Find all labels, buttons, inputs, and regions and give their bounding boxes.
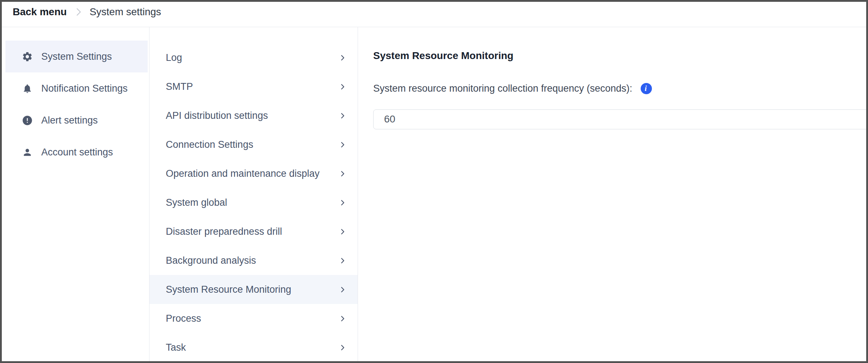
main-columns: System SettingsNotification SettingsAler…	[2, 27, 866, 361]
settings-menu: LogSMTPAPI distribution settingsConnecti…	[149, 27, 358, 361]
chevron-right-icon	[338, 54, 347, 62]
content-panel: System Resource Monitoring System resour…	[358, 27, 866, 361]
menu-item-operation-and-maintenance-display[interactable]: Operation and maintenance display	[149, 159, 358, 188]
menu-item-task[interactable]: Task	[149, 333, 358, 362]
menu-item-label: Task	[166, 342, 186, 353]
sidebar-item-system-settings[interactable]: System Settings	[5, 41, 148, 72]
menu-item-process[interactable]: Process	[149, 304, 358, 333]
menu-item-smtp[interactable]: SMTP	[149, 72, 358, 101]
menu-item-log[interactable]: Log	[149, 43, 358, 72]
alert-circle-icon	[21, 114, 33, 126]
chevron-right-icon	[338, 256, 347, 265]
topbar: Back menu System settings	[2, 2, 866, 27]
menu-item-label: Background analysis	[166, 255, 256, 266]
chevron-right-icon	[338, 170, 347, 178]
chevron-right-icon	[338, 141, 347, 149]
menu-item-background-analysis[interactable]: Background analysis	[149, 246, 358, 275]
field-label-row: System resource monitoring collection fr…	[373, 83, 866, 94]
menu-item-disaster-preparedness-drill[interactable]: Disaster preparedness drill	[149, 217, 358, 246]
chevron-right-icon	[338, 83, 347, 91]
window-frame: Back menu System settings System Setting…	[0, 0, 868, 363]
menu-item-label: Process	[166, 313, 201, 324]
chevron-right-icon	[76, 7, 81, 17]
chevron-right-icon	[338, 314, 347, 323]
menu-item-label: Disaster preparedness drill	[166, 226, 282, 237]
menu-item-label: System Resource Monitoring	[166, 284, 291, 295]
menu-item-connection-settings[interactable]: Connection Settings	[149, 130, 358, 159]
chevron-right-icon	[338, 285, 347, 294]
bell-icon	[21, 83, 33, 94]
sidebar-item-alert-settings[interactable]: Alert settings	[5, 104, 148, 136]
info-icon[interactable]: i	[641, 83, 652, 94]
user-icon	[21, 146, 33, 158]
sidebar-item-label: Account settings	[41, 147, 113, 158]
sidebar-item-label: Notification Settings	[41, 83, 128, 94]
menu-item-system-global[interactable]: System global	[149, 188, 358, 217]
menu-item-label: SMTP	[166, 81, 193, 92]
menu-item-label: Connection Settings	[166, 139, 253, 150]
sidebar-item-account-settings[interactable]: Account settings	[5, 136, 148, 168]
sidebar-item-label: System Settings	[41, 51, 112, 62]
breadcrumb-back-link[interactable]: Back menu	[13, 6, 67, 18]
menu-item-api-distribution-settings[interactable]: API distribution settings	[149, 101, 358, 130]
sidebar: System SettingsNotification SettingsAler…	[2, 27, 149, 361]
gear-icon	[21, 51, 33, 62]
field-label: System resource monitoring collection fr…	[373, 83, 632, 94]
frequency-input[interactable]	[373, 109, 866, 129]
chevron-right-icon	[338, 343, 347, 352]
chevron-right-icon	[338, 228, 347, 236]
menu-item-label: Operation and maintenance display	[166, 168, 320, 179]
menu-item-label: System global	[166, 197, 227, 208]
menu-item-system-resource-monitoring[interactable]: System Resource Monitoring	[149, 275, 358, 304]
breadcrumb-current: System settings	[89, 6, 161, 18]
chevron-right-icon	[338, 112, 347, 120]
chevron-right-icon	[338, 199, 347, 207]
page-title: System Resource Monitoring	[373, 50, 866, 61]
menu-item-label: API distribution settings	[166, 110, 268, 121]
sidebar-item-notification-settings[interactable]: Notification Settings	[5, 72, 148, 104]
menu-item-label: Log	[166, 52, 182, 63]
sidebar-item-label: Alert settings	[41, 115, 98, 126]
